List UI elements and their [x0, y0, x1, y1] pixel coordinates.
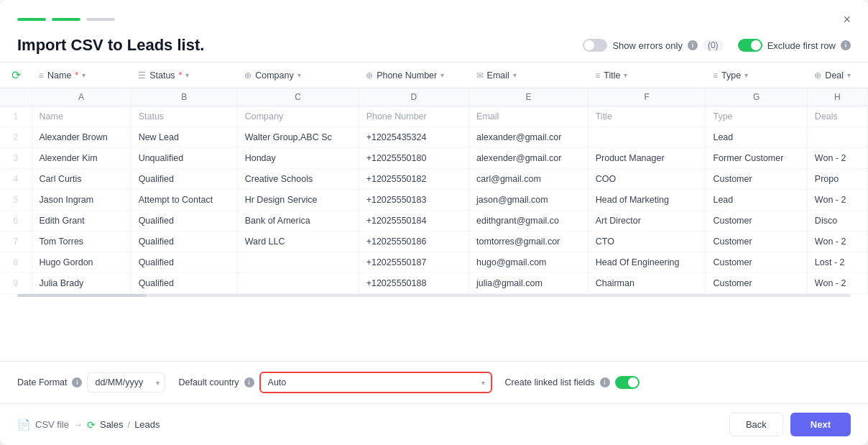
cell-status: Qualified	[131, 169, 237, 190]
exclude-first-row-knob	[751, 40, 761, 50]
bottom-selects: Date Format i dd/MM/yyyy MM/dd/yyyy yyyy…	[17, 372, 640, 393]
back-button[interactable]: Back	[729, 413, 783, 436]
status-col-chevron: ▾	[185, 71, 189, 79]
cell-deals: Lost - 2	[807, 252, 867, 273]
row-num: 5	[0, 190, 32, 211]
default-country-select-wrapper: Auto United States United Kingdom Canada…	[259, 372, 492, 393]
cell-type: Customer	[706, 252, 807, 273]
import-modal: × Import CSV to Leads list. Show errors …	[0, 0, 868, 445]
phone-col-label: Phone Number	[377, 70, 437, 81]
cell-email: hugo@gmail.com	[469, 252, 588, 273]
letter-e: E	[469, 88, 588, 106]
cell-title	[588, 127, 706, 148]
close-button[interactable]: ×	[843, 13, 851, 26]
cell-company: Walter Group,ABC Sc	[237, 127, 359, 148]
date-format-select[interactable]: dd/MM/yyyy MM/dd/yyyy yyyy-MM-dd	[87, 372, 165, 393]
breadcrumb-arrow-icon: →	[73, 419, 83, 430]
step-1	[17, 18, 46, 21]
exclude-first-row-label: Exclude first row	[767, 40, 836, 51]
cell-title: Chairman	[588, 273, 706, 294]
scroll-thumb	[17, 294, 147, 297]
deal-col-icon: ⊕	[814, 70, 821, 81]
cell-name: Alexender Kim	[32, 148, 131, 169]
cell-phone: +12025550182	[359, 169, 468, 190]
show-errors-knob	[584, 40, 594, 50]
cell-company	[237, 273, 359, 294]
step-2	[52, 18, 80, 21]
letter-blank	[0, 88, 32, 106]
cell-company: Hr Design Service	[237, 190, 359, 211]
letter-d: D	[359, 88, 468, 106]
show-errors-toggle[interactable]	[583, 39, 607, 52]
cell-name: Jason Ingram	[32, 190, 131, 211]
cell-deals: Won - 2	[807, 231, 867, 252]
name-col-chevron: ▾	[82, 71, 86, 79]
cell-phone: +12025550188	[359, 273, 468, 294]
name-col-required: *	[75, 70, 78, 81]
col-title[interactable]: ≡ Title ▾	[588, 63, 706, 88]
cell-company	[237, 252, 359, 273]
cell-deals: Disco	[807, 211, 867, 231]
name-col-icon: ≡	[39, 70, 44, 81]
create-linked-group: Create linked list fields i	[505, 376, 640, 389]
cell-email: julia@gmail.com	[469, 273, 588, 294]
csv-file-icon: 📄	[17, 418, 31, 431]
date-format-info-icon: i	[72, 377, 82, 387]
col-company[interactable]: ⊕ Company ▾	[237, 63, 359, 88]
default-country-group: Default country i Auto United States Uni…	[178, 372, 491, 393]
crm-icon: ⟳	[87, 419, 96, 431]
cell-email: alexender@gmail.cor	[469, 148, 588, 169]
modal-title: Import CSV to Leads list.	[17, 36, 204, 55]
table-scroll[interactable]: ⟳ ≡ Name * ▾ ☰	[0, 63, 868, 294]
modal-top-bar: ×	[0, 0, 868, 26]
cell-name: Carl Curtis	[32, 169, 131, 190]
cell-type: Type	[706, 106, 807, 127]
cell-name: Tom Torres	[32, 231, 131, 252]
col-icon-cell: ⟳	[0, 63, 32, 88]
cell-phone: +12025550183	[359, 190, 468, 211]
create-linked-toggle[interactable]	[615, 376, 640, 389]
cell-email: tomtorres@gmail.cor	[469, 231, 588, 252]
table-row: 7 Tom Torres Qualified Ward LLC +1202555…	[0, 231, 868, 252]
cell-deals: Won - 2	[807, 148, 867, 169]
cell-status: Qualified	[131, 211, 237, 231]
default-country-info-icon: i	[244, 377, 254, 387]
letter-h: H	[807, 88, 867, 106]
create-linked-info-icon: i	[600, 377, 610, 387]
next-button[interactable]: Next	[790, 413, 851, 436]
col-status[interactable]: ☰ Status * ▾	[131, 63, 237, 88]
modal-header: Import CSV to Leads list. Show errors on…	[0, 26, 868, 62]
status-col-required: *	[179, 70, 183, 81]
email-col-label: Email	[487, 70, 509, 81]
horizontal-scrollbar[interactable]	[17, 294, 851, 297]
letter-c: C	[237, 88, 359, 106]
default-country-select[interactable]: Auto United States United Kingdom Canada	[261, 373, 491, 392]
show-errors-count: (0)	[703, 40, 724, 51]
column-header-row: ⟳ ≡ Name * ▾ ☰	[0, 63, 868, 88]
exclude-first-row-group: Exclude first row i	[738, 39, 851, 52]
type-col-icon: ≡	[713, 70, 718, 81]
cell-type: Customer	[706, 231, 807, 252]
title-col-label: Title	[604, 70, 620, 81]
bottom-bar: Date Format i dd/MM/yyyy MM/dd/yyyy yyyy…	[0, 362, 868, 403]
status-col-label: Status	[149, 70, 175, 81]
col-phone[interactable]: ⊕ Phone Number ▾	[359, 63, 468, 88]
cell-phone: +12025550187	[359, 252, 468, 273]
date-format-label: Date Format	[17, 377, 67, 387]
table-body: 1 Name Status Company Phone Number Email…	[0, 106, 868, 294]
email-col-icon: ✉	[476, 70, 484, 81]
cell-phone: Phone Number	[359, 106, 468, 127]
cell-deals: Won - 2	[807, 273, 867, 294]
exclude-first-row-toggle[interactable]	[738, 39, 762, 52]
table-row: 9 Julia Brady Qualified +12025550188 jul…	[0, 273, 868, 294]
col-name[interactable]: ≡ Name * ▾	[32, 63, 131, 88]
cell-email: jason@gmail.com	[469, 190, 588, 211]
col-deal[interactable]: ⊕ Deal ▾	[807, 63, 867, 88]
cell-name: Hugo Gordon	[32, 252, 131, 273]
table-logo-icon: ⟳	[11, 69, 21, 81]
phone-col-chevron: ▾	[440, 71, 444, 79]
col-email[interactable]: ✉ Email ▾	[469, 63, 588, 88]
col-type[interactable]: ≡ Type ▾	[706, 63, 807, 88]
cell-status: Qualified	[131, 273, 237, 294]
cell-name: Alexander Brown	[32, 127, 131, 148]
